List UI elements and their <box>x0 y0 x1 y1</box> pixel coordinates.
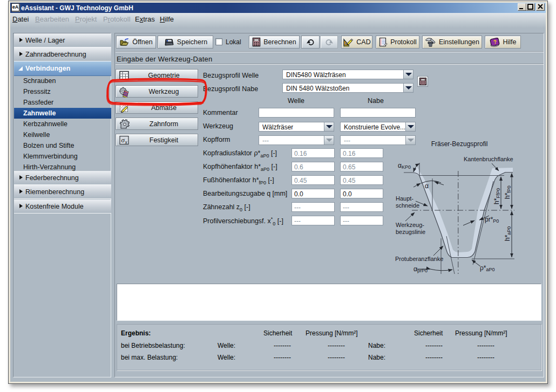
svg-text:bezugslinie: bezugslinie <box>396 229 425 235</box>
svg-text:ρ*aP0: ρ*aP0 <box>480 264 495 272</box>
svg-text:αprP0: αprP0 <box>413 265 428 273</box>
svg-text:h*FfP0: h*FfP0 <box>493 188 501 204</box>
svg-text:Haupt-: Haupt- <box>396 195 413 202</box>
svg-text:h*aP0: h*aP0 <box>504 226 512 241</box>
svg-text:pr*P0: pr*P0 <box>485 216 499 224</box>
svg-text:Kantenbruchflanke: Kantenbruchflanke <box>464 156 513 162</box>
svg-text:Werkzeug-: Werkzeug- <box>396 222 424 228</box>
svg-text:Protuberanzflanke: Protuberanzflanke <box>395 256 443 262</box>
svg-text:h*fP0: h*fP0 <box>504 185 512 199</box>
svg-text:α: α <box>425 182 429 190</box>
svg-text:schneide: schneide <box>396 202 419 209</box>
svg-text:σ: σ <box>121 136 125 144</box>
svg-text:Fräser-Bezugsprofil: Fräser-Bezugsprofil <box>431 140 488 148</box>
svg-text:αKP0: αKP0 <box>398 162 411 170</box>
